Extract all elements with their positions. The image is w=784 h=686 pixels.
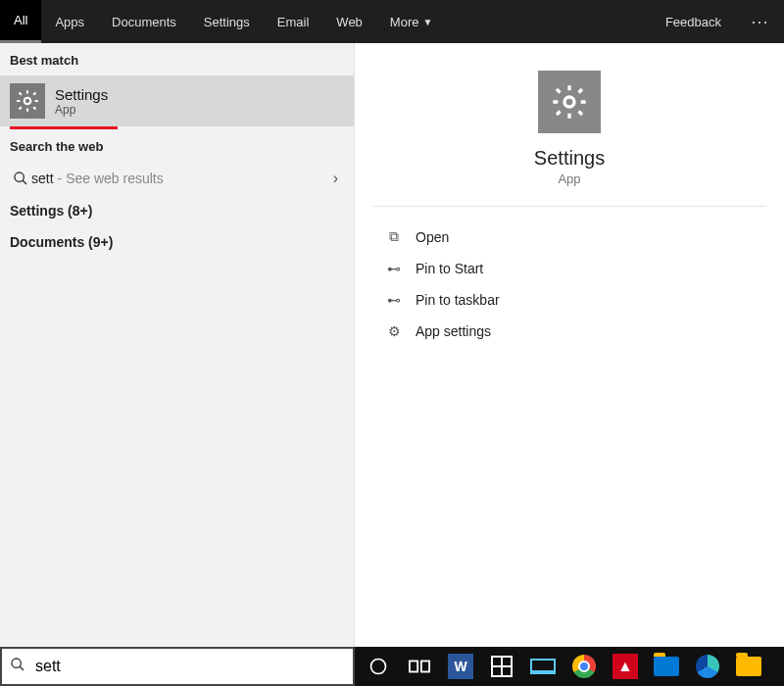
best-match-result[interactable]: Settings App <box>0 75 354 126</box>
feedback-button[interactable]: Feedback <box>652 0 735 43</box>
pin-icon: ⊷ <box>382 292 406 308</box>
taskbar-pdf[interactable]: ▲ <box>606 647 645 686</box>
svg-point-4 <box>12 659 21 667</box>
best-match-title: Settings <box>55 86 108 103</box>
gear-icon: ⚙ <box>382 323 406 339</box>
pin-icon: ⊷ <box>382 261 406 276</box>
svg-point-1 <box>15 172 24 181</box>
action-pin-taskbar-label: Pin to taskbar <box>416 292 500 308</box>
tab-more-label: More <box>390 15 419 29</box>
taskbar-word[interactable]: W <box>441 647 480 686</box>
action-pin-start[interactable]: ⊷ Pin to Start <box>382 253 757 284</box>
search-web-label: Search the web <box>0 129 354 162</box>
web-result[interactable]: sett - See web results › <box>0 162 354 195</box>
tab-documents[interactable]: Documents <box>98 0 190 43</box>
open-icon: ⧉ <box>382 228 406 245</box>
search-icon <box>10 657 25 676</box>
category-settings[interactable]: Settings (8+) <box>0 195 354 226</box>
web-result-query: sett <box>31 171 54 186</box>
tab-all[interactable]: All <box>0 0 41 43</box>
action-open[interactable]: ⧉ Open <box>382 220 757 253</box>
task-view-icon[interactable] <box>400 647 439 686</box>
chevron-down-icon: ▼ <box>422 17 432 27</box>
web-result-hint: - See web results <box>58 171 164 186</box>
search-filter-tabs: All Apps Documents Settings Email Web Mo… <box>0 0 784 43</box>
results-pane: Best match Settings App Search the web s… <box>0 43 355 647</box>
action-app-settings[interactable]: ⚙ App settings <box>382 316 757 347</box>
svg-rect-7 <box>410 662 417 672</box>
svg-point-6 <box>371 660 386 674</box>
taskbar: W ▲ <box>355 647 784 686</box>
svg-point-0 <box>24 98 31 105</box>
preview-pane: Settings App ⧉ Open ⊷ Pin to Start ⊷ Pin… <box>355 43 784 647</box>
tab-apps[interactable]: Apps <box>41 0 98 43</box>
action-pin-taskbar[interactable]: ⊷ Pin to taskbar <box>382 284 757 316</box>
action-open-label: Open <box>416 229 449 245</box>
taskbar-laptop[interactable] <box>523 647 563 686</box>
svg-line-5 <box>20 666 24 670</box>
category-documents[interactable]: Documents (9+) <box>0 226 354 258</box>
search-icon <box>10 171 31 186</box>
taskbar-folder[interactable] <box>647 647 686 686</box>
cortana-icon[interactable] <box>359 647 398 686</box>
action-app-settings-label: App settings <box>416 323 491 339</box>
tab-more[interactable]: More ▼ <box>376 0 447 43</box>
preview-title: Settings <box>534 147 605 170</box>
best-match-subtitle: App <box>55 103 108 117</box>
tab-email[interactable]: Email <box>264 0 323 43</box>
best-match-label: Best match <box>0 43 354 75</box>
gear-icon <box>538 71 601 133</box>
chevron-right-icon: › <box>333 170 338 187</box>
gear-icon <box>10 83 45 119</box>
search-input[interactable] <box>33 657 345 676</box>
action-pin-start-label: Pin to Start <box>416 261 483 276</box>
taskbar-chrome[interactable] <box>564 647 604 686</box>
svg-point-3 <box>564 97 574 107</box>
taskbar-store[interactable] <box>482 647 521 686</box>
tab-settings[interactable]: Settings <box>190 0 264 43</box>
svg-line-2 <box>23 180 26 184</box>
search-bar[interactable] <box>0 647 355 686</box>
preview-subtitle: App <box>558 172 580 186</box>
taskbar-explorer[interactable] <box>729 647 768 686</box>
tab-web[interactable]: Web <box>322 0 376 43</box>
taskbar-edge[interactable] <box>688 647 727 686</box>
svg-rect-8 <box>421 662 429 672</box>
options-button[interactable]: ⋯ <box>735 11 784 32</box>
